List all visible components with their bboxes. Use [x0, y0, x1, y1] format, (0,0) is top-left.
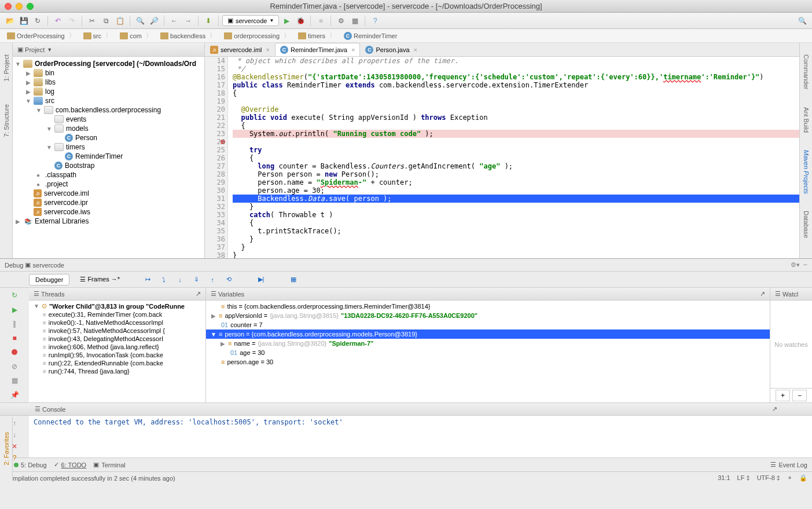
console-output[interactable]: Connected to the target VM, address: 'lo… — [29, 416, 812, 457]
tree-bin[interactable]: ▶bin — [13, 68, 204, 78]
refresh-icon[interactable]: ↻ — [31, 14, 44, 27]
step-out-icon[interactable]: ↑ — [207, 274, 218, 285]
var-age[interactable]: 01age = 30 — [206, 348, 770, 357]
var-personage[interactable]: ≡person.age = 30 — [206, 357, 770, 367]
copy-icon[interactable]: ⧉ — [100, 14, 112, 27]
redo-icon[interactable]: ↷ — [65, 14, 78, 27]
tree-extlib[interactable]: ▶📚External Libraries — [13, 217, 204, 226]
step-into-icon[interactable]: ↓ — [174, 274, 186, 285]
tree-src[interactable]: ▼src — [13, 96, 204, 105]
tab-todo[interactable]: ✓6: TODO — [54, 461, 87, 468]
open-icon[interactable]: 📂 — [3, 14, 16, 27]
tab-remindertimer[interactable]: CReminderTimer.java× — [275, 43, 360, 56]
tree-remindertimer[interactable]: CReminderTimer — [13, 152, 204, 161]
threads-list[interactable]: ▼⊙"Worker Child"@3,813 in group "CodeRun… — [29, 301, 205, 402]
pin-icon[interactable]: 📌 — [9, 391, 20, 400]
rail-maven[interactable]: Maven Projects — [803, 150, 810, 194]
run-config-select[interactable]: ▣ servercode ▼ — [222, 15, 279, 26]
replace-icon[interactable]: 🔎 — [148, 14, 160, 27]
pause-icon[interactable]: ‖ — [9, 320, 20, 328]
var-counter[interactable]: 01counter = 7 — [206, 320, 770, 329]
thread-root[interactable]: ▼⊙"Worker Child"@3,813 in group "CodeRun… — [29, 302, 205, 310]
stop-debug-icon[interactable]: ■ — [9, 334, 20, 343]
tab-terminal[interactable]: ▣Terminal — [93, 461, 126, 468]
gutter[interactable]: 14151617181920212223 2425262728293031323… — [205, 57, 228, 258]
remove-watch-icon[interactable]: − — [792, 390, 807, 401]
tree-log[interactable]: ▶log — [13, 87, 204, 96]
force-step-into-icon[interactable]: ⇓ — [190, 274, 202, 285]
frame-item[interactable]: ≡invoke():57, NativeMethodAccessorImpl { — [29, 327, 205, 335]
frame-item[interactable]: ≡run():22, ExtendedRunnable {com.backe — [29, 359, 205, 367]
tree-project-file[interactable]: ●.project — [13, 180, 204, 189]
tree-libs[interactable]: ▶libs — [13, 78, 204, 87]
tab-debug-bottom[interactable]: 5: Debug — [14, 462, 47, 468]
restore-icon[interactable]: ↗ — [196, 290, 201, 298]
rerun-icon[interactable]: ↻ — [9, 291, 20, 300]
code-body[interactable]: * object which describes all properties … — [228, 57, 799, 258]
variables-list[interactable]: ≡this = {com.backendless.orderprocessing… — [206, 301, 770, 402]
var-person[interactable]: ▼≡person = {com.backendless.orderprocess… — [206, 329, 770, 339]
help-icon[interactable]: ? — [369, 14, 381, 27]
debug-icon[interactable]: 🐞 — [294, 14, 307, 27]
layout-icon[interactable]: ▦ — [9, 376, 20, 385]
restore-icon[interactable]: ↗ — [760, 290, 765, 298]
close-icon[interactable]: × — [351, 46, 355, 53]
tree-models[interactable]: ▼models — [13, 124, 204, 133]
encoding[interactable]: UTF-8 ‡ — [757, 474, 780, 482]
mute-bp-icon[interactable]: ⊘ — [9, 362, 20, 371]
tree-iml[interactable]: JIservercode.iml — [13, 189, 204, 198]
crumb-backendless[interactable]: backendless — [157, 30, 219, 41]
show-exec-point-icon[interactable]: ↦ — [142, 274, 153, 285]
var-this[interactable]: ≡this = {com.backendless.orderprocessing… — [206, 302, 770, 311]
tab-eventlog[interactable]: ☰Event Log — [770, 461, 807, 468]
frame-item[interactable]: ≡invoke0():-1, NativeMethodAccessorImpl — [29, 318, 205, 327]
rail-favorites[interactable]: 2: Favorites — [3, 432, 10, 465]
close-icon[interactable]: × — [266, 46, 270, 53]
maximize-button[interactable] — [27, 3, 34, 10]
resume-icon[interactable]: ▶ — [9, 306, 20, 314]
tab-frames[interactable]: ☰ Frames →* — [74, 274, 126, 285]
rail-database[interactable]: Database — [803, 211, 810, 238]
frame-item[interactable]: ≡run():744, Thread {java.lang} — [29, 367, 205, 375]
frame-item[interactable]: ≡invoke():43, DelegatingMethodAccessorI — [29, 335, 205, 343]
tab-iml[interactable]: JIservercode.iml× — [205, 43, 275, 56]
structure-icon[interactable]: ▦ — [348, 14, 361, 27]
run-to-cursor-icon[interactable]: ▶| — [255, 274, 267, 285]
crumb-com[interactable]: com — [116, 30, 156, 41]
tree-iws[interactable]: JIservercode.iws — [13, 207, 204, 217]
add-watch-icon[interactable]: + — [776, 390, 790, 401]
tab-person[interactable]: CPerson.java× — [360, 43, 422, 56]
frame-item[interactable]: ≡execute():31, ReminderTimer {com.back — [29, 310, 205, 318]
cut-icon[interactable]: ✂ — [86, 14, 98, 27]
tree-events[interactable]: events — [13, 115, 204, 124]
tree-person[interactable]: CPerson — [13, 133, 204, 142]
close-button[interactable] — [5, 3, 12, 10]
var-appversion[interactable]: ▶≡appVersionId = {java.lang.String@3815}… — [206, 311, 770, 320]
close-icon[interactable]: × — [414, 46, 417, 53]
code-editor[interactable]: 14151617181920212223 2425262728293031323… — [205, 57, 799, 258]
tree-timers[interactable]: ▼timers — [13, 142, 204, 152]
git-icon[interactable]: ⚬ — [787, 474, 792, 482]
save-icon[interactable]: 💾 — [17, 14, 30, 27]
settings-icon[interactable]: ⚙ — [335, 14, 347, 27]
forward-icon[interactable]: → — [182, 14, 194, 27]
tree-root[interactable]: ▼OrderProcessing [servercode] (~/Downloa… — [13, 59, 204, 68]
search-everywhere-icon[interactable]: 🔍 — [796, 14, 809, 27]
step-over-icon[interactable]: ⤵ — [158, 274, 170, 285]
crumb-src[interactable]: src — [80, 30, 116, 41]
evaluate-icon[interactable]: ▦ — [288, 274, 299, 285]
caret-position[interactable]: 31:1 — [718, 474, 730, 482]
rail-ant[interactable]: Ant Build — [803, 107, 810, 133]
tree-pkg[interactable]: ▼com.backendless.orderprocessing — [13, 105, 204, 115]
crumb-class[interactable]: CReminderTimer — [340, 31, 405, 41]
tree-classpath[interactable]: ●.classpath — [13, 170, 204, 180]
minimize-button[interactable] — [16, 3, 23, 10]
frame-item[interactable]: ≡invoke():606, Method {java.lang.reflect… — [29, 343, 205, 351]
tree-ipr[interactable]: JIservercode.ipr — [13, 198, 204, 207]
lock-icon[interactable]: 🔒 — [799, 474, 807, 482]
crumb-orderprocessing[interactable]: orderprocessing — [221, 30, 293, 41]
run-icon[interactable]: ▶ — [280, 14, 293, 27]
tab-debugger[interactable]: Debugger — [29, 274, 69, 285]
build-icon[interactable]: ⬇ — [202, 14, 215, 27]
paste-icon[interactable]: 📋 — [113, 14, 126, 27]
